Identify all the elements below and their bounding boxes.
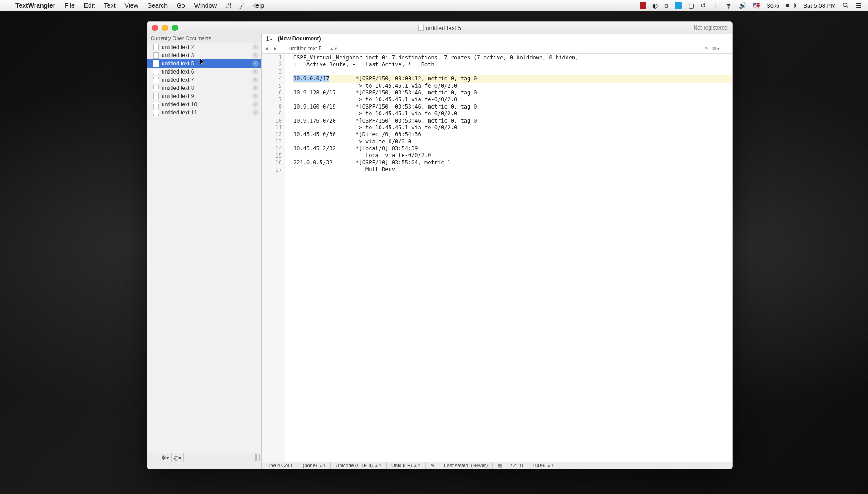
timemachine-icon[interactable]: ↺	[700, 2, 706, 9]
document-label: untitled text 7	[162, 77, 194, 83]
document-state-icon[interactable]: ✎	[426, 462, 439, 469]
close-document-button[interactable]: ×	[252, 101, 259, 108]
svg-line-4	[847, 6, 848, 8]
wifi-icon[interactable]	[725, 2, 732, 9]
pencil-icon[interactable]: ✎	[705, 46, 710, 51]
app-menu[interactable]: TextWrangler	[15, 2, 55, 9]
clock[interactable]: Sat 5:08 PM	[803, 2, 836, 9]
action-menu-button[interactable]: ✻▾	[159, 453, 172, 462]
svg-rect-2	[786, 4, 789, 7]
menu-window[interactable]: Window	[194, 2, 217, 9]
text-editor[interactable]: OSPF_Virtual_Neighbor.inet.0: 7 destinat…	[285, 54, 732, 462]
window-title: untitled text 5	[147, 25, 732, 31]
navigation-bar: ◄ ► untitled text 5 ▲▼ ✎ ▤▾ —	[262, 44, 732, 54]
textwrangler-window: untitled text 5 Not registered Currently…	[147, 21, 733, 469]
document-label: untitled text 9	[162, 93, 194, 99]
close-document-button[interactable]: ×	[252, 52, 259, 59]
documents-sidebar: Currently Open Documents untitled text 2…	[147, 34, 262, 462]
document-icon	[153, 93, 159, 99]
menu-text[interactable]: Text	[104, 2, 116, 9]
bluetooth-icon[interactable]: ⋮	[712, 2, 719, 9]
sidebar-document-item[interactable]: untitled text 7×	[147, 76, 261, 84]
document-icon	[153, 52, 159, 59]
document-label: untitled text 11	[162, 109, 197, 116]
sidebar-document-item[interactable]: untitled text 11×	[147, 109, 261, 117]
cursor-position[interactable]: Line 4 Col 1	[262, 462, 298, 469]
nav-forward-button[interactable]: ►	[271, 45, 280, 52]
svg-point-3	[843, 3, 847, 7]
window-titlebar[interactable]: untitled text 5 Not registered	[147, 22, 732, 34]
sidebar-document-item[interactable]: untitled text 6×	[147, 68, 261, 76]
menu-search[interactable]: Search	[148, 2, 168, 9]
volume-icon[interactable]: 🔊	[739, 2, 746, 9]
menubar-extra-1-icon[interactable]	[640, 2, 646, 9]
minimize-button[interactable]	[162, 25, 168, 31]
sidebar-document-item[interactable]: untitled text 2×	[147, 43, 261, 51]
close-document-button[interactable]: ×	[252, 77, 259, 83]
nav-section-menu[interactable]: ▲▼	[330, 46, 338, 51]
sidebar-footer: + ✻▾ ◴▾	[147, 453, 261, 462]
recent-menu-button[interactable]: ◴▾	[172, 453, 184, 462]
sidebar-header: Currently Open Documents	[147, 34, 261, 43]
document-label: untitled text 6	[162, 69, 194, 75]
sidebar-document-item[interactable]: untitled text 5×	[147, 59, 261, 68]
document-icon	[153, 60, 159, 67]
document-stats[interactable]: ▤ 11 / 2 / 0	[493, 462, 528, 469]
close-document-button[interactable]: ×	[252, 93, 259, 99]
document-label: untitled text 10	[162, 101, 197, 108]
close-document-button[interactable]: ×	[252, 109, 259, 116]
document-label: untitled text 5	[162, 60, 194, 67]
close-document-button[interactable]: ×	[252, 85, 259, 91]
skype-icon[interactable]	[675, 2, 682, 9]
nav-back-button[interactable]: ◄	[262, 45, 271, 52]
status-bar: Line 4 Col 1 (none)▲▼ Unicode (UTF-8)▲▼ …	[147, 462, 732, 469]
language-menu[interactable]: (none)▲▼	[298, 462, 331, 469]
document-list: untitled text 2×untitled text 3×untitled…	[147, 43, 261, 453]
close-document-button[interactable]: ×	[252, 44, 259, 50]
menu-edit[interactable]: Edit	[84, 2, 95, 9]
sidebar-document-item[interactable]: untitled text 3×	[147, 51, 261, 59]
sidebar-document-item[interactable]: untitled text 10×	[147, 100, 261, 109]
close-button[interactable]	[152, 25, 158, 31]
document-label: untitled text 3	[162, 52, 194, 59]
line-endings-menu[interactable]: Unix (LF)▲▼	[387, 462, 426, 469]
zoom-menu[interactable]: 100%▲▼	[528, 462, 559, 469]
split-icon[interactable]: —	[724, 46, 729, 51]
notification-center-icon[interactable]: ☰	[856, 2, 862, 9]
editor-pane: T▾ (New Document) ◄ ► untitled text 5 ▲▼…	[262, 34, 732, 462]
document-icon	[153, 44, 159, 50]
text-mode-icon[interactable]: T▾	[266, 35, 272, 43]
menu-scripts[interactable]: 𝑓	[240, 2, 242, 10]
document-icon[interactable]: ▤▾	[712, 46, 720, 51]
flag-icon[interactable]: 🇺🇸	[753, 2, 760, 9]
menu-view[interactable]: View	[125, 2, 138, 9]
document-label: untitled text 2	[162, 44, 194, 50]
zoom-button[interactable]	[172, 25, 178, 31]
nav-document-name[interactable]: untitled text 5	[289, 45, 321, 52]
add-document-button[interactable]: +	[147, 453, 159, 462]
battery-percent[interactable]: 36%	[767, 2, 779, 9]
sidebar-resize-handle[interactable]	[255, 454, 260, 461]
menubar-extra-2-icon[interactable]: ◐	[652, 2, 658, 9]
menu-go[interactable]: Go	[177, 2, 185, 9]
close-document-button[interactable]: ×	[252, 69, 259, 75]
macos-menubar: TextWrangler File Edit Text View Search …	[0, 0, 868, 11]
last-saved: Last saved: (Never)	[439, 462, 493, 469]
document-pathbar: T▾ (New Document)	[262, 34, 732, 44]
document-path[interactable]: (New Document)	[278, 35, 321, 42]
spotlight-icon[interactable]	[842, 2, 849, 9]
battery-icon[interactable]	[785, 3, 797, 8]
encoding-menu[interactable]: Unicode (UTF-8)▲▼	[331, 462, 387, 469]
document-icon	[153, 109, 159, 116]
sidebar-document-item[interactable]: untitled text 9×	[147, 92, 261, 100]
menu-file[interactable]: File	[64, 2, 75, 9]
document-icon	[153, 69, 159, 75]
menu-help[interactable]: Help	[251, 2, 264, 9]
svg-rect-1	[795, 4, 796, 7]
line-number-gutter[interactable]: 1234567891011121314151617	[262, 54, 285, 462]
airplay-icon[interactable]: ▢	[688, 2, 694, 9]
sidebar-document-item[interactable]: untitled text 8×	[147, 84, 261, 92]
menu-shebang[interactable]: #!	[226, 2, 231, 9]
close-document-button[interactable]: ×	[252, 60, 259, 67]
menubar-extra-3-icon[interactable]: ɑ	[664, 2, 668, 9]
